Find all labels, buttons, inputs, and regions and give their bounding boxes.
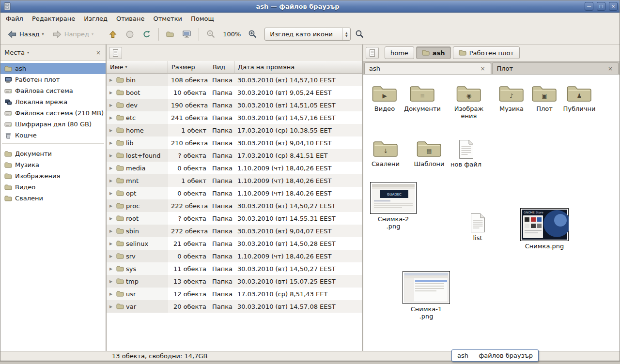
breadcrumb-button[interactable]: ash	[416, 46, 451, 59]
sidebar-item[interactable]: Шифриран дял (80 GB)	[0, 119, 106, 130]
breadcrumb-button[interactable]: Работен плот	[453, 46, 520, 59]
expander-icon[interactable]: ▶	[109, 279, 114, 284]
table-row[interactable]: ▶ mnt 1 обект Папка 1.10.2009 (чт) 18,40…	[107, 174, 362, 187]
table-row[interactable]: ▶ tmp 13 обекта Папка 30.03.2010 (вт) 15…	[107, 275, 362, 288]
menu-item[interactable]: Отметки	[149, 13, 186, 24]
expander-icon[interactable]: ▶	[109, 204, 114, 208]
table-row[interactable]: ▶ srv 0 обекта Папка 1.10.2009 (чт) 18,4…	[107, 250, 362, 262]
sidebar-item[interactable]: Файлова система (210 MB)	[0, 107, 106, 119]
expander-icon[interactable]: ▶	[109, 78, 114, 82]
spinner-arrows-icon[interactable]: ▲▼	[342, 28, 350, 40]
sidebar-item[interactable]: Музика	[0, 159, 106, 170]
icon-item[interactable]: ↓ Свалени	[364, 139, 407, 168]
expander-icon[interactable]: ▶	[109, 128, 114, 133]
expander-icon[interactable]: ▶	[109, 103, 114, 107]
icon-canvas[interactable]: ▶ Видео ≡ Документи ◉ Изображения	[363, 75, 620, 351]
combo-arrow-icon[interactable]: ▾	[27, 50, 29, 55]
sidebar-item[interactable]: Локална мрежа	[0, 96, 106, 107]
computer-button[interactable]	[178, 27, 195, 41]
table-row[interactable]: ▶ sbin 272 обекта Папка 30.03.2010 (вт) …	[107, 225, 362, 237]
places-combo[interactable]: Места	[4, 49, 25, 56]
column-header[interactable]: Дата на промяна ▾	[234, 61, 362, 74]
table-row[interactable]: ▶ root ? обекта Папка 30.03.2010 (вт) 14…	[107, 212, 362, 225]
expander-icon[interactable]: ▶	[109, 229, 114, 233]
expander-icon[interactable]: ▶	[109, 91, 114, 95]
menu-item[interactable]: Отиване	[112, 13, 149, 24]
icon-item[interactable]: ▤ Шаблони	[408, 139, 450, 168]
expander-icon[interactable]: ▶	[109, 254, 114, 258]
sidebar-item[interactable]: Изображения	[0, 170, 106, 182]
sidebar-item[interactable]: Работен плот	[0, 74, 106, 85]
tab-close-icon[interactable]: ×	[607, 66, 614, 72]
zoom-out-button[interactable]	[202, 27, 219, 42]
sidebar-item[interactable]: ash	[0, 63, 106, 74]
sidebar-item[interactable]: Документи	[0, 148, 106, 159]
table-row[interactable]: ▶ etc 241 обекта Папка 30.03.2010 (вт) 1…	[107, 111, 362, 124]
table-row[interactable]: ▶ selinux 21 обекта Папка 30.03.2010 (вт…	[107, 237, 362, 250]
expander-icon[interactable]: ▶	[109, 153, 114, 158]
icon-item[interactable]: list	[456, 213, 499, 242]
menu-item[interactable]: Редактиране	[28, 13, 79, 24]
column-header[interactable]: Вид ▾	[209, 61, 234, 74]
table-row[interactable]: ▶ bin 108 обекта Папка 30.03.2010 (вт) 1…	[107, 74, 362, 86]
column-header[interactable]: Име ▾	[107, 61, 168, 74]
icon-item[interactable]: ◉ Изображения	[448, 84, 490, 120]
forward-button[interactable]: Напред ▾	[48, 27, 98, 42]
table-row[interactable]: ▶ usr 12 обекта Папка 17.03.2010 (ср) 8,…	[107, 288, 362, 300]
maximize-button[interactable]: □	[597, 2, 605, 11]
table-row[interactable]: ▶ sys 11 обекта Папка 30.03.2010 (вт) 14…	[107, 262, 362, 275]
reload-button[interactable]	[139, 27, 155, 42]
expander-icon[interactable]: ▶	[109, 242, 114, 246]
expander-icon[interactable]: ▶	[109, 141, 114, 145]
table-row[interactable]: ▶ boot 10 обекта Папка 30.03.2010 (вт) 9…	[107, 86, 362, 99]
menu-item[interactable]: Изглед	[79, 13, 112, 24]
expander-icon[interactable]: ▶	[109, 267, 114, 271]
icon-item[interactable]: ≡ Документи	[401, 84, 444, 113]
menu-item[interactable]: Файл	[1, 13, 28, 24]
expander-icon[interactable]: ▶	[109, 304, 114, 309]
table-row[interactable]: ▶ dev 190 обекта Папка 30.03.2010 (вт) 1…	[107, 99, 362, 111]
sidebar-item[interactable]: Свалени	[0, 193, 106, 204]
expander-icon[interactable]: ▶	[109, 216, 114, 221]
breadcrumb-button[interactable]: home	[385, 46, 414, 59]
window-titlebar[interactable]: ash — файлов браузър — □ ×	[0, 0, 620, 13]
menu-item[interactable]: Помощ	[186, 13, 218, 24]
sidebar-item[interactable]: Видео	[0, 182, 106, 193]
tab-close-icon[interactable]: ×	[479, 66, 486, 72]
icon-item[interactable]: нов файл	[445, 139, 487, 168]
table-row[interactable]: ▶ opt 0 обекта Папка 1.10.2009 (чт) 18,4…	[107, 187, 362, 199]
tab[interactable]: Плот ×	[492, 62, 619, 74]
icon-item[interactable]: GUADEC Снимка-2.png	[372, 182, 415, 230]
zoom-in-button[interactable]	[244, 27, 261, 42]
stop-button[interactable]	[122, 27, 138, 42]
table-row[interactable]: ▶ proc 222 обекта Папка 30.03.2010 (вт) …	[107, 199, 362, 212]
icon-item[interactable]: ▶ Видео	[363, 84, 406, 113]
table-row[interactable]: ▶ media 0 обекта Папка 1.10.2009 (чт) 18…	[107, 162, 362, 174]
table-row[interactable]: ▶ home 1 обект Папка 17.03.2010 (ср) 10,…	[107, 124, 362, 136]
table-row[interactable]: ▶ lib 210 обекта Папка 30.03.2010 (вт) 9…	[107, 136, 362, 149]
icon-item[interactable]: ♟ Публични	[558, 84, 601, 113]
sidebar-close-button[interactable]: ×	[95, 50, 102, 56]
location-toggle-button[interactable]	[366, 47, 379, 59]
column-header[interactable]: Размер ▾	[168, 61, 209, 74]
expander-icon[interactable]: ▶	[109, 166, 114, 170]
up-button[interactable]	[105, 27, 121, 42]
home-button[interactable]	[162, 28, 178, 41]
sidebar-item[interactable]: Файлова система	[0, 85, 106, 96]
close-button[interactable]: ×	[609, 2, 618, 11]
minimize-button[interactable]: —	[585, 2, 593, 11]
tab[interactable]: ash ×	[364, 62, 491, 74]
location-toggle-button[interactable]	[109, 47, 122, 59]
expander-icon[interactable]: ▶	[109, 179, 114, 183]
expander-icon[interactable]: ▶	[109, 116, 114, 120]
search-button[interactable]	[351, 27, 368, 42]
expander-icon[interactable]: ▶	[109, 292, 114, 296]
sidebar-item[interactable]: Кошче	[0, 130, 106, 141]
icon-item[interactable]: Снимка-1.png	[405, 271, 448, 320]
view-mode-select[interactable]: Изглед като икони ▲▼	[264, 28, 351, 41]
table-row[interactable]: ▶ var 20 обекта Папка 30.03.2010 (вт) 14…	[107, 300, 362, 313]
table-row[interactable]: ▶ lost+found ? обекта Папка 17.03.2010 (…	[107, 149, 362, 162]
expander-icon[interactable]: ▶	[109, 191, 114, 196]
back-button[interactable]: Назад ▾	[3, 27, 48, 42]
chevron-down-icon[interactable]: ▾	[42, 32, 44, 36]
